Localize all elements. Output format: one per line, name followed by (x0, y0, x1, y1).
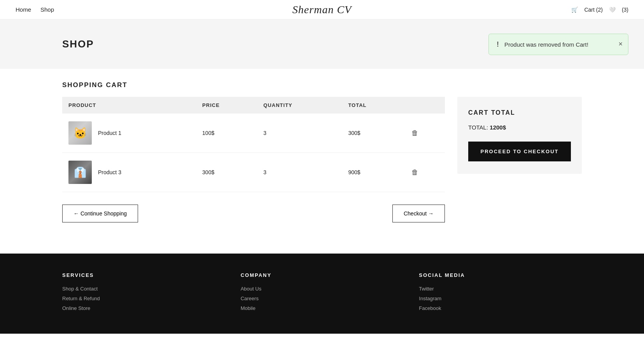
price-cell-0: 100$ (196, 114, 257, 153)
footer-link[interactable]: Shop & Contact (62, 286, 225, 292)
total-cell-1: 900$ (342, 153, 405, 192)
cart-table: PRODUCT PRICE QUANTITY TOTAL Product 1 1… (62, 97, 445, 192)
brand-logo: Sherman CV (292, 4, 352, 16)
col-action (405, 97, 445, 114)
cart-actions: ← Continue Shopping Checkout → (62, 205, 445, 222)
footer-col-services: SERVICES Shop & Contact Return & Refund … (62, 272, 225, 315)
footer-col-company: COMPANY About Us Careers Mobile (241, 272, 404, 315)
wishlist-count: (3) (622, 7, 628, 13)
delete-cell-1: 🗑 (405, 153, 445, 192)
product-name-1: Product 3 (98, 169, 121, 175)
delete-cell-0: 🗑 (405, 114, 445, 153)
delete-item-1-button[interactable]: 🗑 (411, 168, 418, 177)
footer-link[interactable]: About Us (241, 286, 404, 292)
quantity-cell-1: 3 (257, 153, 342, 192)
footer-link[interactable]: Careers (241, 296, 404, 301)
col-price: PRICE (196, 97, 257, 114)
footer-link[interactable]: Instagram (419, 296, 582, 301)
product-image-0 (68, 121, 92, 145)
cart-total-row: TOTAL: 1200$ (468, 124, 571, 131)
navbar: Home Shop Sherman CV 🛒 Cart (2) 🤍 (3) (0, 0, 644, 19)
table-row: Product 1 100$ 3 300$ 🗑 (62, 114, 445, 153)
proceed-checkout-button[interactable]: PROCEED TO CHECKOUT (468, 142, 571, 161)
nav-right: 🛒 Cart (2) 🤍 (3) (571, 7, 628, 13)
footer-link[interactable]: Twitter (419, 286, 582, 292)
cart-table-header: PRODUCT PRICE QUANTITY TOTAL (62, 97, 445, 114)
shop-banner: SHOP ! Product was removed from Cart! × (0, 19, 644, 69)
main-content: SHOPPING CART PRODUCT PRICE QUANTITY TOT… (0, 81, 644, 241)
checkout-button[interactable]: Checkout → (392, 205, 445, 222)
home-link[interactable]: Home (16, 6, 31, 13)
footer-link[interactable]: Facebook (419, 305, 582, 311)
footer-link[interactable]: Mobile (241, 305, 404, 311)
table-row: Product 3 300$ 3 900$ 🗑 (62, 153, 445, 192)
product-name-0: Product 1 (98, 130, 121, 136)
notification-toast: ! Product was removed from Cart! × (488, 33, 628, 55)
col-quantity: QUANTITY (257, 97, 342, 114)
cart-total-value: 1200$ (490, 124, 506, 131)
delete-item-0-button[interactable]: 🗑 (411, 129, 418, 137)
total-cell-0: 300$ (342, 114, 405, 153)
notification-icon: ! (497, 40, 499, 48)
cart-table-body: Product 1 100$ 3 300$ 🗑 Product 3 300$ 3… (62, 114, 445, 192)
cart-label[interactable]: Cart (2) (584, 7, 602, 13)
cart-layout: PRODUCT PRICE QUANTITY TOTAL Product 1 1… (62, 97, 582, 222)
product-info-1: Product 3 (68, 161, 190, 184)
col-total: TOTAL (342, 97, 405, 114)
footer-link[interactable]: Return & Refund (62, 296, 225, 301)
cart-total-box: CART TOTAL TOTAL: 1200$ PROCEED TO CHECK… (457, 97, 582, 174)
footer-col-social-media: SOCIAL MEDIA Twitter Instagram Facebook (419, 272, 582, 315)
col-product: PRODUCT (62, 97, 196, 114)
wishlist-icon[interactable]: 🤍 (609, 7, 616, 13)
footer-grid: SERVICES Shop & Contact Return & Refund … (62, 272, 582, 315)
quantity-cell-0: 3 (257, 114, 342, 153)
nav-links: Home Shop (16, 6, 54, 13)
footer: SERVICES Shop & Contact Return & Refund … (0, 254, 644, 334)
footer-col-title: SERVICES (62, 272, 225, 278)
cart-section-title: SHOPPING CART (62, 81, 582, 89)
product-image-1 (68, 161, 92, 184)
price-cell-1: 300$ (196, 153, 257, 192)
footer-link[interactable]: Online Store (62, 305, 225, 311)
product-info-0: Product 1 (68, 121, 190, 145)
notification-message: Product was removed from Cart! (504, 41, 588, 47)
cart-table-wrapper: PRODUCT PRICE QUANTITY TOTAL Product 1 1… (62, 97, 445, 222)
continue-shopping-button[interactable]: ← Continue Shopping (62, 205, 138, 222)
notification-close[interactable]: × (618, 40, 623, 48)
cart-total-title: CART TOTAL (468, 109, 571, 116)
footer-col-title: COMPANY (241, 272, 404, 278)
product-cell-1: Product 3 (62, 153, 196, 192)
footer-col-title: SOCIAL MEDIA (419, 272, 582, 278)
cart-icon[interactable]: 🛒 (571, 7, 578, 13)
product-cell-0: Product 1 (62, 114, 196, 153)
shop-link[interactable]: Shop (40, 6, 54, 13)
